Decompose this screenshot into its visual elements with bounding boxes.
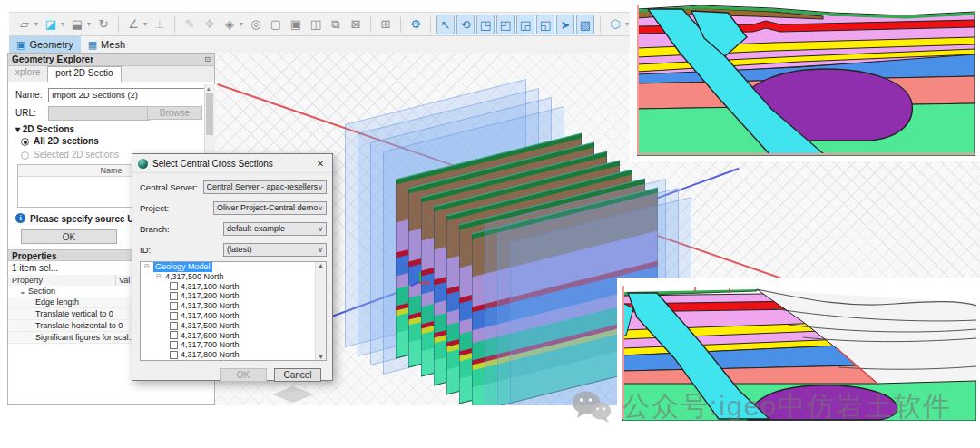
property-group-label: Section xyxy=(28,287,55,296)
extrude-tool[interactable]: ▱ xyxy=(15,15,34,34)
project-value: Oliver Project-Central demo xyxy=(217,203,318,212)
property-label: Significant figures for scal... xyxy=(8,332,139,343)
radio-selected-sections[interactable] xyxy=(21,151,29,160)
cross-sections-tree[interactable]: ⊟ Geology Model ⊟ 4,317,500 North 4,317,… xyxy=(140,261,327,361)
central-server-select[interactable]: Central Server - apac-resellers ∨ xyxy=(203,180,327,194)
tree-item-label: 4,317,500 North xyxy=(181,321,240,331)
axis-tool: ⊥ xyxy=(151,15,169,34)
table-add-tool[interactable]: ⊞ xyxy=(377,15,395,34)
close-icon[interactable]: ✕ xyxy=(314,159,327,169)
cancel-button-dialog[interactable]: Cancel xyxy=(274,368,321,382)
pan-tool[interactable]: ➤ xyxy=(556,15,574,34)
extrude-tool-caret[interactable]: ▾ xyxy=(34,20,41,28)
column-property: Property xyxy=(12,275,43,286)
tab-geometry[interactable]: ▣ Geometry xyxy=(9,36,81,53)
measure-angle-tool[interactable]: ∠ xyxy=(124,15,142,34)
radio-all-sections[interactable] xyxy=(21,138,29,146)
settings-gear[interactable]: ⚙ xyxy=(407,15,425,34)
tab-mesh[interactable]: ▦ Mesh xyxy=(81,36,132,53)
checkbox[interactable] xyxy=(170,302,178,310)
name-input[interactable]: Import 2D Sections (2) xyxy=(48,88,210,102)
sections-group-label: 2D Sections xyxy=(23,124,74,134)
tree-item[interactable]: 4,317,300 North xyxy=(141,301,326,311)
central-server-label: Central Server: xyxy=(140,182,203,192)
toolbar-separator xyxy=(430,16,431,33)
radio-selected-label: Selected 2D sections xyxy=(34,150,119,160)
tree-group-row[interactable]: ⊟ 4,317,500 North xyxy=(141,272,326,282)
collapse-icon[interactable]: ⊟ xyxy=(143,262,151,272)
project-select[interactable]: Oliver Project-Central demo ∨ xyxy=(213,201,327,215)
checkbox[interactable] xyxy=(170,322,178,330)
info-icon: i xyxy=(15,213,25,223)
checkbox[interactable] xyxy=(170,331,178,339)
tab-explore[interactable]: xplore xyxy=(8,66,47,82)
pin-icon[interactable]: ⊡ xyxy=(204,55,211,63)
mirror-tool[interactable]: ⬓ xyxy=(68,15,86,34)
zoom-selected-tool[interactable]: ◱ xyxy=(536,15,554,34)
scroll-up-icon[interactable]: ▲ xyxy=(318,262,324,268)
tab-import-2d-sections[interactable]: port 2D Sectio xyxy=(47,66,121,82)
measure-angle-tool-caret[interactable]: ▾ xyxy=(143,20,150,28)
tree-item-label: 4,317,400 North xyxy=(181,311,240,321)
tree-item[interactable]: 4,317,100 North xyxy=(141,282,326,292)
sections-group-header[interactable]: ▾ 2D Sections xyxy=(15,124,74,134)
tree-root-row[interactable]: ⊟ Geology Model xyxy=(141,262,326,272)
copy-mesh-tool[interactable]: ⧉ xyxy=(327,15,345,34)
move-tool: ✥ xyxy=(201,15,219,34)
checkbox[interactable] xyxy=(170,351,178,359)
zoom-in-tool[interactable]: ◳ xyxy=(476,15,495,34)
checkbox[interactable] xyxy=(170,341,178,349)
branch-select[interactable]: default-example ∨ xyxy=(223,222,327,236)
tree-item[interactable]: 4,317,500 North xyxy=(141,321,326,331)
delete-mesh-tool[interactable]: ⊠ xyxy=(347,15,365,34)
surface-patch-tool[interactable]: ◪ xyxy=(42,15,60,34)
mirror-tool-caret[interactable]: ▾ xyxy=(87,20,93,28)
tree-item-label: 4,317,800 North xyxy=(181,350,240,360)
rotate-object-tool[interactable]: ◈ xyxy=(220,15,239,34)
rotate-view-tool[interactable]: ↻ xyxy=(94,15,113,34)
toolbar-separator xyxy=(174,16,175,33)
cube-settings-tool[interactable]: ▣ xyxy=(287,15,305,34)
property-label: Translate horizontal to 0 xyxy=(8,320,139,331)
browse-button[interactable]: Browse xyxy=(147,106,202,120)
collapse-icon[interactable]: ⊟ xyxy=(155,272,162,282)
tree-item[interactable]: 4,317,400 North xyxy=(141,311,326,321)
orbit-tool[interactable]: ⟲ xyxy=(456,15,475,34)
zoom-out-tool[interactable]: ◰ xyxy=(496,15,514,34)
ok-button-panel[interactable]: OK xyxy=(21,229,117,244)
id-select[interactable]: (latest) ∨ xyxy=(223,243,327,257)
rotate-object-tool-caret[interactable]: ▾ xyxy=(240,20,246,28)
column-value: Val xyxy=(119,275,130,286)
tree-item-label: 4,317,600 North xyxy=(181,331,240,341)
revolve-tool[interactable]: ◎ xyxy=(247,15,265,34)
ok-button-dialog[interactable]: OK xyxy=(220,368,267,382)
scroll-up-icon[interactable]: ▴ xyxy=(207,85,211,93)
tree-item[interactable]: 4,317,800 North xyxy=(141,350,326,360)
tree-item[interactable]: 4,317,600 North xyxy=(141,331,326,341)
panel-header: Geometry Explorer ⊡ xyxy=(8,54,214,66)
surface-patch-tool-caret[interactable]: ▾ xyxy=(61,20,67,28)
tree-item[interactable]: 4,317,700 North xyxy=(141,340,326,350)
cylinder-display-tool[interactable]: ⬡ xyxy=(606,15,624,34)
select-arrow-tool[interactable]: ↖ xyxy=(436,15,455,34)
url-input[interactable] xyxy=(48,106,150,121)
checkbox[interactable] xyxy=(170,292,178,300)
window-zoom-tool[interactable]: ▧ xyxy=(576,15,594,34)
toolbar-separator xyxy=(370,16,371,33)
application-window: ▱▾◪▾⬓▾↻∠▾⊥✎✥◈▾◎▢▣◫⧉⊠⊞⚙↖⟲◳◰◲◱➤▧⬡▾⬢▾✱ ▣ Ge… xyxy=(0,0,980,448)
checkbox[interactable] xyxy=(170,282,178,290)
solid-tool[interactable]: ◫ xyxy=(307,15,325,34)
toolbar-separator xyxy=(118,16,119,33)
properties-status: 1 item sel... xyxy=(12,263,58,273)
scroll-down-icon[interactable]: ▼ xyxy=(318,354,324,360)
panel-title: Geometry Explorer xyxy=(12,54,93,64)
zoom-extents-tool[interactable]: ◲ xyxy=(516,15,534,34)
chevron-down-icon: ∨ xyxy=(318,246,323,254)
column-divider[interactable] xyxy=(115,275,116,286)
tree-scrollbar[interactable]: ▲ ▼ xyxy=(315,262,326,360)
cube-tool[interactable]: ▢ xyxy=(267,15,285,34)
dialog-title-bar[interactable]: Select Central Cross Sections ✕ xyxy=(132,154,332,173)
tree-item[interactable]: 4,317,200 North xyxy=(141,291,326,301)
checkbox[interactable] xyxy=(170,312,178,320)
scrollbar-thumb[interactable] xyxy=(206,93,213,135)
